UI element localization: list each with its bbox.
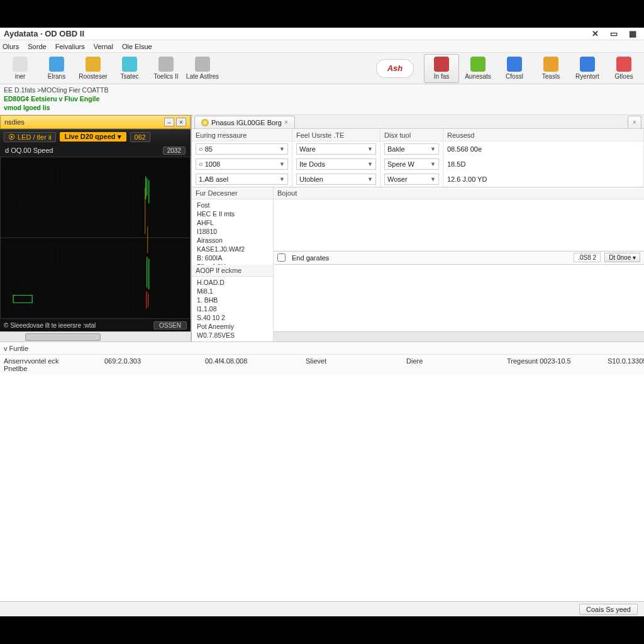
tool-label: Cfossl — [506, 73, 523, 80]
panel-header-label: nsdies — [4, 118, 25, 126]
filter-header: Disx tuol — [380, 129, 443, 142]
toolbar-teasls[interactable]: Teasls — [533, 54, 569, 83]
filter-select[interactable]: Spere W▼ — [384, 158, 439, 170]
tool-label: Late Astlres — [186, 73, 219, 80]
chevron-down-icon: ▼ — [367, 146, 373, 152]
menubar: Olurs Sorde Feivaliurs Vernal Ole Elsue — [0, 40, 644, 53]
tool-label: Roosteser — [79, 73, 108, 80]
toolbar-in fas[interactable]: In fas — [424, 54, 459, 83]
close-icon[interactable]: ✕ — [587, 29, 602, 39]
list-item[interactable]: S.40 10 2 — [192, 313, 273, 322]
toolbar-roosteser[interactable]: Roosteser — [75, 54, 111, 83]
menu-item[interactable]: Vernal — [94, 43, 113, 50]
tool-icon — [543, 57, 558, 72]
tool-label: Elrans — [48, 73, 65, 80]
chevron-down-icon: ▼ — [430, 176, 436, 182]
list-item[interactable]: 1. BHB — [192, 296, 273, 304]
list-item[interactable]: W0.7.85VES — [192, 331, 273, 340]
panel-subbar: ⦿ LED / tler ii Live D20 qpeed ▾ 062 — [0, 129, 191, 144]
footer-panel: v Funtie Anserrvvontel eck Pnetlbe069:2.… — [0, 341, 644, 375]
filter-select[interactable]: Woser▼ — [384, 174, 439, 185]
toolbar-aunesats[interactable]: Aunesats — [460, 54, 496, 83]
scope-graph[interactable] — [0, 157, 191, 319]
list-item[interactable]: KASE1.J0.WAf2 — [192, 245, 273, 253]
close-icon[interactable]: × — [176, 118, 186, 126]
menu-item[interactable]: Olurs — [3, 43, 19, 50]
horizontal-scrollbar[interactable] — [274, 331, 644, 341]
tool-icon — [580, 57, 595, 72]
filter-cell: ○ 85▼ — [192, 142, 292, 157]
filter-select[interactable]: Ite Dods▼ — [296, 158, 376, 170]
midbar-label: End garates — [292, 254, 329, 262]
grid-icon[interactable]: ▦ — [625, 29, 640, 39]
menu-item[interactable]: Ole Elsue — [122, 43, 152, 50]
filter-select[interactable]: Utoblen▼ — [296, 174, 376, 185]
menu-item[interactable]: Sorde — [28, 43, 46, 50]
toolbar-cfossl[interactable]: Cfossl — [497, 54, 532, 83]
tool-label: iner — [15, 73, 26, 80]
filter-select[interactable]: ○ 1008▼ — [196, 158, 288, 170]
footer-row: Anserrvvontel eck Pnetlbe069:2.0.30300.4… — [0, 355, 644, 375]
filter-cell: 18.5D — [443, 157, 644, 172]
toolbar-ryentort[interactable]: Ryentort — [570, 54, 605, 83]
chip-led[interactable]: ⦿ LED / tler ii — [4, 132, 56, 142]
list-item[interactable]: l1.1.08 — [192, 304, 273, 313]
graph-ossen-button[interactable]: OSSEN — [153, 321, 187, 330]
filter-cell: 1.AB asel▼ — [192, 172, 292, 187]
titlebar: Aydatata · OD OBD II ✕ ▭ ▦ — [0, 28, 644, 40]
filter-cell: Ware▼ — [292, 142, 380, 157]
horizontal-scrollbar[interactable] — [0, 331, 191, 341]
toolbar-tsatec[interactable]: Tsatec — [112, 54, 147, 83]
mid-area: Bojout End garates .0S8 2 Dt 0noe ▾ — [274, 187, 644, 341]
minimize-icon[interactable]: – — [164, 118, 174, 126]
list-item[interactable]: Pot Aneemiy — [192, 322, 273, 331]
toolbar-gtloes[interactable]: Gtloes — [606, 54, 641, 83]
tool-icon — [49, 57, 64, 72]
endgarates-checkbox[interactable] — [277, 253, 286, 262]
toolbar-toelics ii[interactable]: Toelics II — [148, 54, 184, 83]
statusbar-button[interactable]: Coais Ss yeed — [579, 604, 638, 615]
list-header: Bojout — [274, 187, 644, 199]
bulb-icon — [201, 119, 209, 126]
list-header: AO0P lf eckme — [192, 265, 273, 277]
minimize-icon[interactable]: ▭ — [606, 29, 621, 39]
list-item[interactable]: H.OAD.D — [192, 278, 273, 287]
list-header: Fur Decesner — [192, 187, 273, 199]
filter-select[interactable]: Ware▼ — [296, 143, 376, 155]
filter-select[interactable]: ○ 85▼ — [196, 143, 288, 155]
list-item[interactable]: Fost — [192, 201, 273, 209]
toolbar-elrans[interactable]: Elrans — [39, 54, 74, 83]
graph-footer-label: © Sleeedovae ilt te ieeersre :wtal — [4, 322, 96, 329]
list-item[interactable]: B: 600IA — [192, 253, 273, 262]
toolbar: inerElransRoosteserTsatecToelics IILate … — [0, 53, 644, 84]
filter-cell: 12.6 J.00 YD — [443, 172, 644, 187]
list-item[interactable]: Airasson — [192, 236, 273, 245]
filter-grid: Euring rressaureFeel Usrste .TEDisx tuol… — [192, 129, 644, 187]
tool-icon — [86, 57, 101, 72]
tab-close[interactable]: × — [628, 116, 641, 128]
list-item[interactable]: AHFL — [192, 218, 273, 227]
tool-icon — [158, 57, 174, 72]
toolbar-iner[interactable]: iner — [3, 54, 38, 83]
list-item[interactable]: I18810 — [192, 227, 273, 236]
midbar-button[interactable]: Dt 0noe ▾ — [604, 253, 640, 262]
footer-cell: 069:2.0.303 — [104, 357, 180, 372]
filter-cell: Bakle▼ — [380, 142, 443, 157]
list-column-left: Fur Decesner FostHEC E Il mts AHFLI18810… — [192, 187, 274, 341]
filter-header: Euring rressaure — [192, 129, 292, 142]
close-icon[interactable]: × — [284, 119, 288, 126]
footer-cell: 00.4f4.08.008 — [205, 357, 280, 372]
list-item[interactable]: Mi8.1 — [192, 287, 273, 296]
filter-select[interactable]: 1.AB asel▼ — [196, 174, 288, 185]
tool-label: Gtloes — [615, 73, 633, 80]
filter-select[interactable]: Bakle▼ — [384, 143, 439, 155]
menu-item[interactable]: Feivaliurs — [55, 43, 85, 50]
list-item[interactable]: HEC E Il mts — [192, 209, 273, 218]
tab-pnasus[interactable]: Pnasus IGL00GE Borg × — [194, 116, 295, 128]
chevron-down-icon: ▼ — [430, 161, 436, 167]
chip-value[interactable]: 062 — [130, 132, 150, 142]
live-button[interactable]: Live D20 qpeed ▾ — [60, 132, 126, 142]
filter-cell: Woser▼ — [380, 172, 443, 187]
toolbar-late astlres[interactable]: Late Astlres — [185, 54, 220, 83]
blank-area — [0, 375, 644, 601]
